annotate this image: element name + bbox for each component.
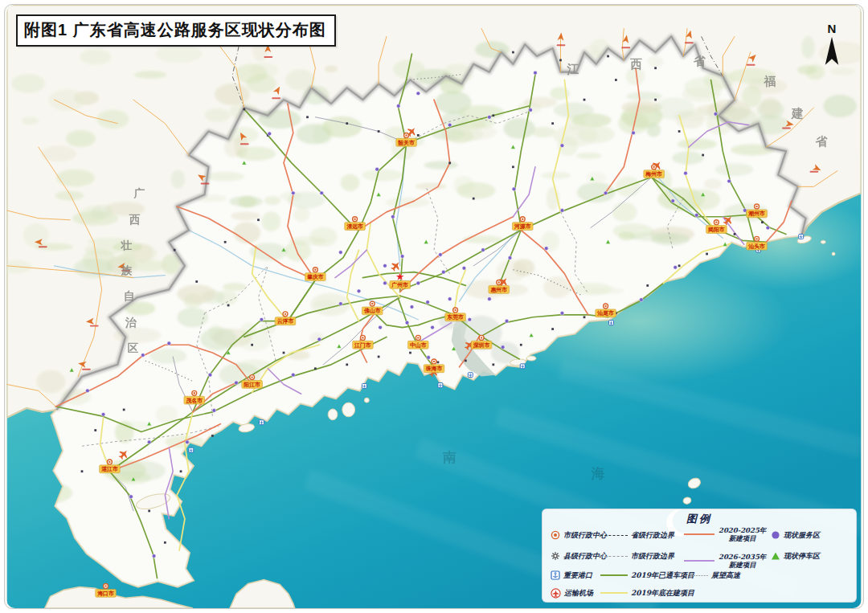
legend-title: 图例 bbox=[542, 512, 856, 526]
svg-text:福: 福 bbox=[763, 75, 776, 88]
north-label: N bbox=[813, 22, 850, 35]
svg-text:江门市: 江门市 bbox=[354, 341, 371, 349]
open-2019-swatch bbox=[600, 574, 628, 576]
provincial-boundary-swatch bbox=[600, 535, 628, 536]
legend-item-municipal-center: 市级行政中心 bbox=[551, 529, 607, 541]
municipal-center-icon bbox=[551, 530, 560, 540]
svg-text:海口市: 海口市 bbox=[96, 590, 114, 597]
svg-text:省: 省 bbox=[814, 135, 828, 148]
legend-item-open-2019: 2019年已通车项目 bbox=[600, 570, 694, 581]
svg-text:南: 南 bbox=[443, 450, 457, 465]
legend: 图例 市级行政中心 县级行政中心 bbox=[542, 509, 857, 603]
legend-item-prospect: 展望高速 bbox=[684, 570, 740, 581]
legend-item-provincial-boundary: 省级行政边界 bbox=[600, 529, 674, 541]
svg-text:珠海市: 珠海市 bbox=[425, 365, 443, 372]
legend-item-constr-2019: 2019年底在建项目 bbox=[600, 587, 694, 599]
svg-text:韶关市: 韶关市 bbox=[397, 139, 415, 146]
legend-item-port: 重要港口 bbox=[551, 570, 592, 581]
municipal-boundary-swatch bbox=[600, 556, 628, 557]
map-title: 附图1 广东省高速公路服务区现状分布图 bbox=[24, 21, 326, 39]
svg-text:汕尾市: 汕尾市 bbox=[596, 309, 614, 317]
constr-2019-swatch bbox=[600, 592, 628, 594]
svg-text:西: 西 bbox=[630, 58, 643, 71]
svg-text:省: 省 bbox=[693, 55, 706, 67]
svg-text:河源市: 河源市 bbox=[514, 223, 531, 230]
proj-2026-swatch bbox=[684, 560, 714, 562]
legend-item-proj-2026: 2026-2035年新建项目 bbox=[684, 553, 766, 569]
svg-text:区: 区 bbox=[128, 342, 140, 354]
legend-item-airport: 运输机场 bbox=[551, 587, 593, 599]
parking-area-icon bbox=[771, 551, 780, 561]
legend-item-municipal-boundary: 市级行政边界 bbox=[600, 550, 674, 562]
legend-item-parking-area: 现状停车区 bbox=[771, 550, 820, 562]
svg-text:揭阳市: 揭阳市 bbox=[707, 226, 725, 233]
svg-text:佛山市: 佛山市 bbox=[363, 307, 381, 314]
svg-text:清远市: 清远市 bbox=[346, 223, 363, 230]
proj-2020-swatch bbox=[684, 533, 714, 535]
north-arrow-icon bbox=[820, 35, 844, 71]
legend-item-proj-2020: 2020-2025年新建项目 bbox=[684, 526, 766, 542]
svg-text:壮: 壮 bbox=[121, 239, 133, 251]
svg-text:深圳市: 深圳市 bbox=[473, 341, 490, 349]
map-panel: 广州市深圳市珠海市汕头市佛山市韶关市河源市梅州市惠州市汕尾市东莞市中山市江门市阳… bbox=[4, 4, 864, 609]
svg-text:茂名市: 茂名市 bbox=[185, 397, 203, 404]
svg-text:东莞市: 东莞市 bbox=[446, 313, 464, 321]
service-area-icon bbox=[771, 530, 780, 540]
svg-text:建: 建 bbox=[791, 107, 805, 120]
svg-text:肇庆市: 肇庆市 bbox=[306, 273, 324, 280]
north-arrow: N bbox=[813, 22, 850, 74]
legend-item-county-center: 县级行政中心 bbox=[551, 550, 607, 562]
svg-text:汕头市: 汕头市 bbox=[747, 243, 765, 250]
svg-text:阳江市: 阳江市 bbox=[244, 381, 260, 388]
svg-text:广州市: 广州市 bbox=[391, 281, 408, 288]
svg-text:云浮市: 云浮市 bbox=[277, 317, 294, 325]
svg-text:族: 族 bbox=[121, 264, 133, 276]
svg-text:中山市: 中山市 bbox=[410, 341, 427, 349]
map-title-box: 附图1 广东省高速公路服务区现状分布图 bbox=[16, 14, 336, 47]
svg-text:湛江市: 湛江市 bbox=[100, 465, 118, 472]
svg-text:江: 江 bbox=[567, 63, 579, 76]
svg-text:潮州市: 潮州市 bbox=[747, 210, 765, 217]
port-icon bbox=[551, 570, 560, 580]
svg-text:广: 广 bbox=[133, 187, 145, 199]
county-center-icon bbox=[551, 551, 560, 561]
svg-text:惠州市: 惠州市 bbox=[489, 286, 507, 293]
svg-text:治: 治 bbox=[125, 317, 137, 329]
svg-text:自: 自 bbox=[124, 290, 136, 302]
prospect-swatch bbox=[684, 575, 708, 576]
svg-text:西: 西 bbox=[129, 214, 141, 226]
page: 广州市深圳市珠海市汕头市佛山市韶关市河源市梅州市惠州市汕尾市东莞市中山市江门市阳… bbox=[0, 0, 868, 613]
legend-item-service-area: 现状服务区 bbox=[771, 529, 820, 541]
svg-text:梅州市: 梅州市 bbox=[645, 170, 662, 178]
airport-icon bbox=[551, 588, 561, 599]
svg-text:海: 海 bbox=[591, 466, 606, 481]
